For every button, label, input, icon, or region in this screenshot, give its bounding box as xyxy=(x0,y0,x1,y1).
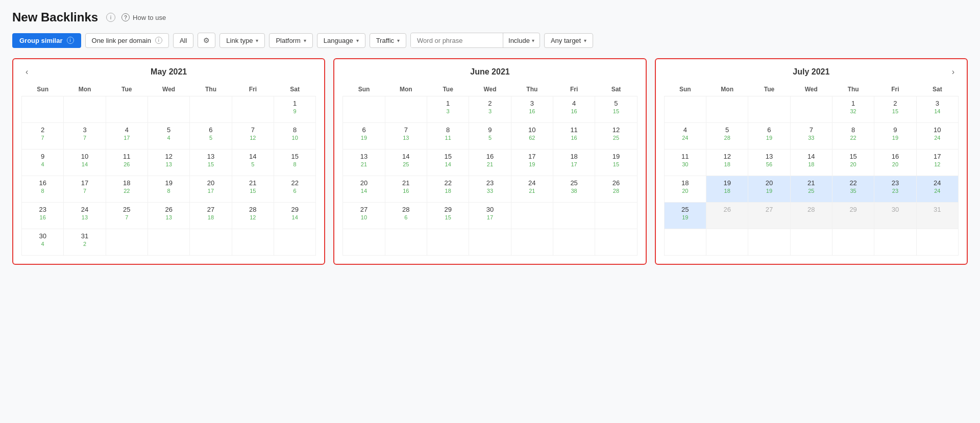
calendar-day-cell[interactable]: 145 xyxy=(232,150,274,176)
group-similar-info-icon[interactable]: i xyxy=(67,37,74,44)
calendar-day-cell[interactable]: 1213 xyxy=(148,150,189,176)
one-link-per-domain-button[interactable]: One link per domain i xyxy=(85,33,169,48)
calendar-day-cell[interactable]: 810 xyxy=(274,123,315,150)
group-similar-button[interactable]: Group similar i xyxy=(12,33,81,48)
calendar-day-cell[interactable]: 1321 xyxy=(343,150,385,176)
calendar-day-cell[interactable]: 2218 xyxy=(427,176,469,203)
calendar-day-cell[interactable]: 1116 xyxy=(553,123,595,150)
calendar-day-cell[interactable]: 1425 xyxy=(385,150,427,176)
calendar-day-cell[interactable]: 177 xyxy=(64,176,106,203)
calendar-day-cell[interactable]: 54 xyxy=(148,123,189,150)
calendar-day-cell[interactable]: 27 xyxy=(22,123,64,150)
calendar-day-cell[interactable]: 515 xyxy=(595,96,637,123)
calendar-day-cell[interactable]: 1014 xyxy=(64,150,106,176)
calendar-day-cell[interactable]: 132 xyxy=(832,96,874,123)
calendar-day-cell[interactable]: 1621 xyxy=(469,150,511,176)
calendar-day-cell[interactable]: 1225 xyxy=(595,123,637,150)
language-dropdown[interactable]: Language ▾ xyxy=(317,33,365,48)
one-link-info-icon[interactable]: i xyxy=(155,37,162,44)
calendar-day-cell[interactable]: 1514 xyxy=(427,150,469,176)
calendar-day-cell[interactable]: 198 xyxy=(148,176,189,203)
calendar-day-cell[interactable]: 2710 xyxy=(343,203,385,229)
calendar-day-cell[interactable]: 1315 xyxy=(190,150,232,176)
title-info-icon[interactable]: i xyxy=(106,13,115,22)
calendar-day-cell[interactable]: 2125 xyxy=(790,176,832,203)
calendar-day-cell[interactable]: 13 xyxy=(427,96,469,123)
calendar-day-cell[interactable]: 811 xyxy=(427,123,469,150)
calendar-day-cell[interactable]: 95 xyxy=(469,123,511,150)
calendar-day-cell[interactable]: 1719 xyxy=(511,150,553,176)
calendar-day-cell[interactable]: 1822 xyxy=(106,176,148,203)
calendar-day-cell[interactable]: 2333 xyxy=(469,176,511,203)
calendar-day-cell[interactable]: 1024 xyxy=(916,123,958,150)
calendar-day-cell[interactable]: 23 xyxy=(469,96,511,123)
calendar-day-cell[interactable]: 2538 xyxy=(553,176,595,203)
calendar-day-cell[interactable]: 713 xyxy=(385,123,427,150)
calendar-day-cell[interactable]: 1218 xyxy=(706,150,748,176)
calendar-day-cell[interactable]: 19 xyxy=(274,96,315,123)
calendar-day-cell[interactable]: 417 xyxy=(106,123,148,150)
calendar-day-cell[interactable]: 2519 xyxy=(664,203,706,229)
link-type-dropdown[interactable]: Link type ▾ xyxy=(219,33,265,48)
calendar-day-cell[interactable]: 2014 xyxy=(343,176,385,203)
calendar-day-cell[interactable]: 2915 xyxy=(427,203,469,229)
calendar-day-cell[interactable]: 2413 xyxy=(64,203,106,229)
calendar-day-cell[interactable]: 312 xyxy=(64,229,106,256)
calendar-day-cell[interactable]: 1062 xyxy=(511,123,553,150)
calendar-day-cell[interactable]: 919 xyxy=(874,123,916,150)
all-button[interactable]: All xyxy=(173,33,193,48)
calendar-day-cell[interactable]: 2017 xyxy=(190,176,232,203)
calendar-day-cell[interactable]: 1820 xyxy=(664,176,706,203)
calendar-day-cell[interactable]: 2235 xyxy=(832,176,874,203)
calendar-day-cell[interactable]: 619 xyxy=(748,123,790,150)
calendar-day-cell[interactable]: 94 xyxy=(22,150,64,176)
calendar-day-cell[interactable]: 1130 xyxy=(664,150,706,176)
calendar-day-cell[interactable]: 733 xyxy=(790,123,832,150)
calendar-day-cell[interactable]: 2115 xyxy=(232,176,274,203)
calendar-day-cell[interactable]: 1817 xyxy=(553,150,595,176)
calendar-day-cell[interactable]: 1126 xyxy=(106,150,148,176)
calendar-day-cell[interactable]: 1918 xyxy=(706,176,748,203)
calendar-day-cell[interactable]: 2914 xyxy=(274,203,315,229)
calendar-day-cell[interactable]: 316 xyxy=(511,96,553,123)
settings-button[interactable]: ⚙ xyxy=(198,33,215,48)
word-phrase-input[interactable] xyxy=(411,34,503,47)
calendar-day-cell[interactable]: 528 xyxy=(706,123,748,150)
calendar-day-cell[interactable]: 712 xyxy=(232,123,274,150)
calendar-day-cell[interactable]: 1520 xyxy=(832,150,874,176)
any-target-dropdown[interactable]: Any target ▾ xyxy=(544,33,593,48)
next-month-button[interactable]: › xyxy=(948,65,959,79)
calendar-day-cell[interactable]: 286 xyxy=(385,203,427,229)
calendar-day-cell[interactable]: 2628 xyxy=(595,176,637,203)
calendar-day-cell[interactable]: 2421 xyxy=(511,176,553,203)
calendar-day-cell[interactable]: 37 xyxy=(64,123,106,150)
platform-dropdown[interactable]: Platform ▾ xyxy=(269,33,312,48)
calendar-day-cell[interactable]: 1915 xyxy=(595,150,637,176)
calendar-day-cell[interactable]: 168 xyxy=(22,176,64,203)
traffic-dropdown[interactable]: Traffic ▾ xyxy=(370,33,406,48)
include-dropdown[interactable]: Include ▾ xyxy=(503,34,540,47)
calendar-day-cell[interactable]: 2323 xyxy=(874,176,916,203)
calendar-day-cell[interactable]: 3017 xyxy=(469,203,511,229)
calendar-day-cell[interactable]: 226 xyxy=(274,176,315,203)
calendar-day-cell[interactable]: 304 xyxy=(22,229,64,256)
calendar-day-cell[interactable]: 1418 xyxy=(790,150,832,176)
calendar-day-cell[interactable]: 314 xyxy=(916,96,958,123)
calendar-day-cell[interactable]: 257 xyxy=(106,203,148,229)
calendar-day-cell[interactable]: 65 xyxy=(190,123,232,150)
calendar-day-cell[interactable]: 2116 xyxy=(385,176,427,203)
calendar-day-cell[interactable]: 416 xyxy=(553,96,595,123)
calendar-day-cell[interactable]: 2812 xyxy=(232,203,274,229)
calendar-day-cell[interactable]: 2718 xyxy=(190,203,232,229)
calendar-day-cell[interactable]: 822 xyxy=(832,123,874,150)
calendar-day-cell[interactable]: 1356 xyxy=(748,150,790,176)
calendar-day-cell[interactable]: 424 xyxy=(664,123,706,150)
calendar-day-cell[interactable]: 215 xyxy=(874,96,916,123)
calendar-day-cell[interactable]: 2316 xyxy=(22,203,64,229)
how-to-use-link[interactable]: ? How to use xyxy=(121,13,166,21)
calendar-day-cell[interactable]: 158 xyxy=(274,150,315,176)
prev-month-button[interactable]: ‹ xyxy=(21,65,32,79)
calendar-day-cell[interactable]: 1620 xyxy=(874,150,916,176)
calendar-day-cell[interactable]: 2424 xyxy=(916,176,958,203)
calendar-day-cell[interactable]: 2019 xyxy=(748,176,790,203)
